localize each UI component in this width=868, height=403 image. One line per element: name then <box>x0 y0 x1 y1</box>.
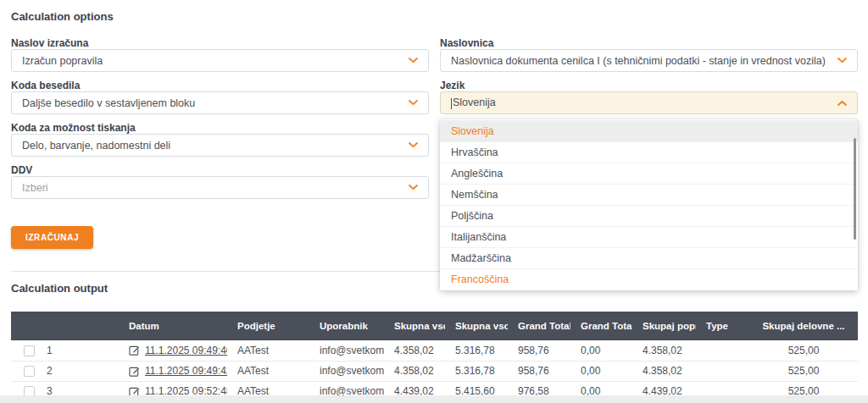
placeholder-value: Izberi <box>22 182 48 194</box>
column-header: Datum <box>119 312 227 340</box>
cell-podjetje: AATest <box>227 361 309 381</box>
row-checkbox[interactable] <box>24 366 35 377</box>
page-bottom-strip <box>0 395 868 403</box>
checkbox-cell <box>11 361 36 381</box>
language-option-label: Francoščina <box>451 273 509 285</box>
cell-grand-total-after: 0,00 <box>570 361 632 381</box>
cell-uporabnik: info@svetkom.si <box>309 340 384 361</box>
column-header: Type <box>696 312 749 340</box>
cell-grand-total-vat: 958,76 <box>508 340 570 361</box>
column-header: Skupaj delovne ... <box>749 312 858 340</box>
language-option-label: Hrvaščina <box>451 146 498 158</box>
field-label: Koda besedila <box>11 80 429 91</box>
language-option-label: Madžarščina <box>451 252 511 264</box>
language-option-label: Angleščina <box>451 168 503 179</box>
cell-skupaj-delovne: 525,00 <box>749 361 858 381</box>
field-naslov-izracuna: Naslov izračuna Izračun popravila <box>11 38 429 72</box>
field-label: Jezik <box>440 80 858 91</box>
koda-besedila-select[interactable]: Daljše besedilo v sestavljenem bloku <box>11 91 429 114</box>
edit-icon[interactable] <box>129 366 140 377</box>
field-koda-besedila: Koda besedila Daljše besedilo v sestavlj… <box>11 80 429 114</box>
field-label: DDV <box>11 165 429 175</box>
cell-skupna-vsota: 4.358,02 <box>384 361 445 381</box>
chevron-up-icon <box>837 100 847 106</box>
column-header-empty <box>11 312 36 340</box>
cell-type <box>696 361 749 381</box>
cell-skupna-vsota-z: 5.316,78 <box>445 340 508 361</box>
text-cursor <box>451 98 452 109</box>
jezik-combobox[interactable]: Slovenija <box>440 91 858 114</box>
language-option[interactable]: Madžarščina <box>440 247 858 268</box>
language-option-label: Nemščina <box>451 189 498 201</box>
chevron-down-icon <box>409 58 418 63</box>
page: Calculation options Naslov izračuna Izra… <box>0 10 868 402</box>
ddv-select[interactable]: Izberi <box>11 176 429 199</box>
language-option-label: Italijanščina <box>451 231 506 243</box>
row-checkbox[interactable] <box>24 345 35 356</box>
column-header: Skupna vsota z ... <box>445 312 508 340</box>
language-option[interactable]: Poljščina <box>440 205 858 226</box>
chevron-down-icon <box>409 142 418 148</box>
calculation-options-form: Naslov izračuna Izračun popravila Koda b… <box>11 38 858 249</box>
checkbox-cell <box>11 340 36 361</box>
selected-value: Izračun popravila <box>22 55 103 67</box>
language-option[interactable]: Italijanščina <box>440 226 858 247</box>
column-header: Grand Total Afte... <box>570 312 632 340</box>
language-option[interactable]: Angleščina <box>440 163 858 184</box>
cell-podjetje: AATest <box>227 340 309 361</box>
language-option-label: Slovenija <box>451 125 494 137</box>
cell-grand-total-vat: 958,76 <box>508 361 570 381</box>
language-option[interactable]: Slovenija <box>440 120 858 141</box>
field-naslovnica: Naslovnica Naslovnica dokumenta cenilca … <box>440 38 858 72</box>
date-link[interactable]: 11.1.2025 09:49:40 <box>145 345 227 356</box>
language-option[interactable]: Francoščina <box>440 268 858 290</box>
table-row: 1 11.1.2025 09:49:40 AATest info@svetkom… <box>11 340 858 361</box>
field-label: Naslov izračuna <box>11 38 429 48</box>
column-header: Grand Total VAT <box>508 312 570 340</box>
cell-type <box>696 340 749 361</box>
date-link[interactable]: 11.1.2025 09:49:42 <box>145 365 227 377</box>
edit-icon[interactable] <box>129 345 140 356</box>
language-option-label: Poljščina <box>451 210 493 222</box>
cell-grand-total-after: 0,00 <box>570 340 632 361</box>
naslovnica-select[interactable]: Naslovnica dokumenta cenilca I (s tehnič… <box>440 49 858 72</box>
language-dropdown-panel: Slovenija Hrvaščina Angleščina Nemščina … <box>440 119 858 290</box>
cell-skupna-vsota: 4.358,02 <box>384 340 445 361</box>
chevron-down-icon <box>837 58 847 63</box>
column-header: Skupaj popravilo <box>632 312 696 340</box>
cell-skupna-vsota-z: 5.316,78 <box>445 361 508 381</box>
field-koda-tiskanja: Koda za možnost tiskanja Delo, barvanje,… <box>11 123 429 157</box>
column-header: Skupna vsota <box>384 312 445 340</box>
cell-skupaj-delovne: 525,00 <box>749 340 858 361</box>
izracunaj-button[interactable]: IZRAČUNAJ <box>11 226 93 249</box>
language-option[interactable]: Nemščina <box>440 184 858 205</box>
table-row: 2 11.1.2025 09:49:42 AATest info@svetkom… <box>11 361 858 381</box>
cell-skupaj-popravilo: 4.358,02 <box>632 340 696 361</box>
column-header: Podjetje <box>227 312 309 340</box>
table-header-row: DatumPodjetjeUporabnikSkupna vsotaSkupna… <box>11 312 858 340</box>
column-header-empty <box>36 312 119 340</box>
chevron-down-icon <box>409 185 418 190</box>
row-number: 1 <box>36 340 119 361</box>
field-label: Koda za možnost tiskanja <box>11 123 429 133</box>
calculation-output-table: DatumPodjetjeUporabnikSkupna vsotaSkupna… <box>11 312 858 402</box>
options-section-title: Calculation options <box>11 10 858 23</box>
naslov-izracuna-select[interactable]: Izračun popravila <box>11 49 429 72</box>
cell-skupaj-popravilo: 4.358,02 <box>632 361 696 381</box>
chevron-down-icon <box>409 100 418 106</box>
form-left-column: Naslov izračuna Izračun popravila Koda b… <box>11 38 429 249</box>
selected-value: Naslovnica dokumenta cenilca I (s tehnič… <box>451 55 826 67</box>
cell-uporabnik: info@svetkom.si <box>309 361 384 381</box>
date-cell: 11.1.2025 09:49:40 <box>119 340 227 361</box>
field-label: Naslovnica <box>440 38 858 48</box>
dropdown-scrollbar[interactable] <box>854 138 856 240</box>
date-cell: 11.1.2025 09:49:42 <box>119 361 227 381</box>
language-option[interactable]: Hrvaščina <box>440 141 858 163</box>
selected-value: Delo, barvanje, nadomestni deli <box>22 140 170 152</box>
field-ddv: DDV Izberi <box>11 165 429 199</box>
form-right-column: Naslovnica Naslovnica dokumenta cenilca … <box>440 38 858 249</box>
selected-value: Daljše besedilo v sestavljenem bloku <box>22 97 195 109</box>
column-header: Uporabnik <box>309 312 384 340</box>
koda-tiskanja-select[interactable]: Delo, barvanje, nadomestni deli <box>11 134 429 157</box>
row-number: 2 <box>36 361 119 381</box>
